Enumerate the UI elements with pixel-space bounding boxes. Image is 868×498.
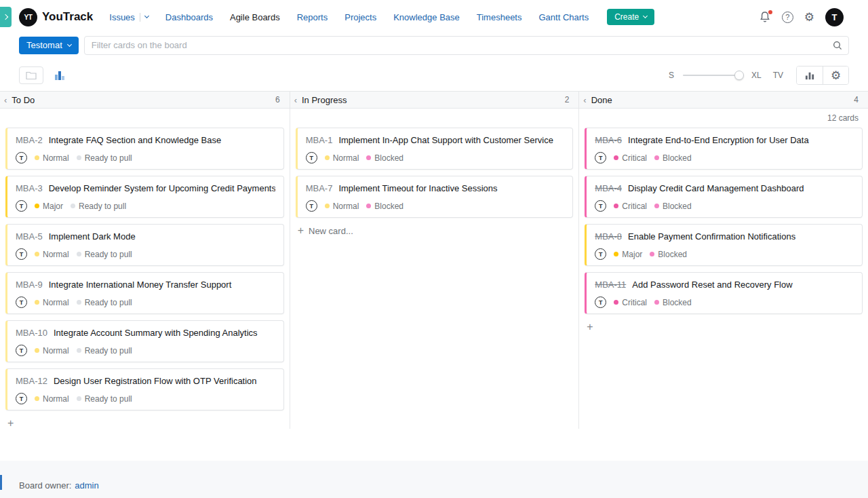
stage-field[interactable]: Blocked [654, 298, 692, 307]
issue-summary[interactable]: Develop Reminder System for Upcoming Cre… [49, 183, 275, 193]
assignee-avatar[interactable]: T [16, 248, 27, 260]
collapse-column-icon[interactable]: ‹ [4, 95, 7, 105]
card-mba-3[interactable]: MBA-3Develop Reminder System for Upcomin… [5, 176, 284, 218]
assignee-avatar[interactable]: T [595, 248, 606, 260]
assignee-avatar[interactable]: T [306, 152, 317, 164]
assignee-avatar[interactable]: T [595, 296, 606, 308]
issue-summary[interactable]: Implement In-App Chat Support with Custo… [338, 135, 553, 145]
nav-item-agile-boards[interactable]: Agile Boards [230, 12, 280, 22]
stage-field[interactable]: Blocked [366, 202, 403, 211]
card-mba-10[interactable]: MBA-10Integrate Account Summary with Spe… [5, 320, 284, 362]
card-mba-11[interactable]: MBA-11Add Password Reset and Recovery Fl… [585, 272, 863, 314]
column-header-done[interactable]: ‹Done4 [578, 92, 868, 108]
nav-item-timesheets[interactable]: Timesheets [477, 12, 522, 22]
stage-field[interactable]: Blocked [650, 250, 687, 259]
issue-id[interactable]: MBA-3 [16, 183, 43, 193]
assignee-avatar[interactable]: T [16, 200, 27, 212]
issue-id[interactable]: MBA-1 [306, 135, 333, 145]
priority-field[interactable]: Normal [35, 394, 69, 404]
notifications-button[interactable] [759, 11, 771, 23]
add-card-button[interactable]: + [5, 417, 284, 429]
filter-input[interactable] [84, 36, 849, 55]
user-avatar[interactable]: T [825, 8, 844, 26]
search-icon[interactable] [832, 40, 843, 54]
issue-summary[interactable]: Design User Registration Flow with OTP V… [54, 376, 257, 386]
issue-summary[interactable]: Integrate Account Summary with Spending … [54, 328, 258, 338]
issue-summary[interactable]: Add Password Reset and Recovery Flow [632, 280, 792, 290]
card-mba-6[interactable]: MBA-6Integrate End-to-End Encryption for… [585, 128, 863, 170]
priority-field[interactable]: Normal [325, 153, 359, 163]
stage-field[interactable]: Blocked [654, 153, 692, 163]
board-settings-button[interactable]: ⚙ [823, 66, 848, 84]
issue-id[interactable]: MBA-7 [306, 183, 333, 193]
issue-summary[interactable]: Integrate End-to-End Encryption for User… [628, 135, 809, 145]
stage-field[interactable]: Ready to pull [71, 202, 126, 211]
nav-item-reports[interactable]: Reports [297, 12, 328, 22]
chart-toggle-button[interactable] [54, 71, 65, 81]
priority-field[interactable]: Major [614, 250, 642, 259]
issue-id[interactable]: MBA-10 [16, 328, 47, 338]
card-mba-1[interactable]: MBA-1Implement In-App Chat Support with … [296, 128, 574, 170]
nav-item-dashboards[interactable]: Dashboards [165, 12, 213, 22]
issue-summary[interactable]: Implement Dark Mode [49, 231, 136, 242]
issue-summary[interactable]: Integrate International Money Transfer S… [49, 280, 232, 290]
priority-field[interactable]: Normal [35, 250, 69, 259]
nav-item-issues[interactable]: Issues [109, 12, 149, 22]
priority-field[interactable]: Major [35, 202, 63, 211]
card-mba-4[interactable]: MBA-4Display Credit Card Management Dash… [585, 176, 863, 218]
assignee-avatar[interactable]: T [595, 200, 606, 212]
issue-id[interactable]: MBA-8 [595, 231, 622, 242]
stage-field[interactable]: Ready to pull [77, 394, 132, 404]
issue-id[interactable]: MBA-11 [595, 280, 626, 290]
nav-item-projects[interactable]: Projects [344, 12, 376, 22]
card-mba-7[interactable]: MBA-7Implement Timeout for Inactive Sess… [296, 176, 574, 218]
column-header-in-progress[interactable]: ‹In Progress2 [290, 92, 579, 108]
assignee-avatar[interactable]: T [595, 152, 606, 164]
card-mba-8[interactable]: MBA-8Enable Payment Confirmation Notific… [585, 224, 863, 266]
stage-field[interactable]: Ready to pull [77, 250, 132, 259]
collapse-column-icon[interactable]: ‹ [294, 95, 297, 105]
priority-field[interactable]: Critical [614, 298, 647, 307]
card-mba-12[interactable]: MBA-12Design User Registration Flow with… [5, 368, 284, 410]
stage-field[interactable]: Ready to pull [77, 153, 132, 163]
priority-field[interactable]: Normal [35, 346, 69, 356]
priority-field[interactable]: Normal [35, 298, 69, 307]
board-owner-link[interactable]: admin [75, 480, 98, 491]
issue-summary[interactable]: Enable Payment Confirmation Notification… [628, 231, 795, 242]
tv-mode-button[interactable]: TV [773, 71, 783, 80]
issue-summary[interactable]: Display Credit Card Management Dashboard [628, 183, 804, 193]
create-button[interactable]: Create [607, 9, 654, 25]
board-selector-button[interactable]: Testomat [19, 37, 79, 54]
issue-id[interactable]: MBA-9 [16, 280, 43, 290]
stage-field[interactable]: Ready to pull [77, 346, 132, 356]
board-chart-button[interactable] [797, 66, 823, 84]
assignee-avatar[interactable]: T [306, 200, 317, 212]
assignee-avatar[interactable]: T [16, 345, 27, 356]
sidebar-toggle-button[interactable] [0, 7, 12, 27]
stage-field[interactable]: Blocked [654, 202, 692, 211]
issue-id[interactable]: MBA-6 [595, 135, 622, 145]
issue-id[interactable]: MBA-2 [16, 135, 43, 145]
card-mba-2[interactable]: MBA-2Integrate FAQ Section and Knowledge… [5, 128, 284, 170]
issue-summary[interactable]: Integrate FAQ Section and Knowledge Base [49, 135, 221, 145]
card-size-slider[interactable] [683, 71, 743, 80]
add-card-button[interactable]: + [585, 320, 863, 332]
settings-button[interactable]: ⚙ [804, 12, 814, 23]
add-card-button[interactable]: +New card... [296, 224, 574, 236]
sidebar-edge-indicator[interactable] [0, 475, 2, 490]
help-button[interactable]: ? [782, 12, 793, 23]
stage-field[interactable]: Blocked [366, 153, 403, 163]
nav-item-knowledge-base[interactable]: Knowledge Base [393, 12, 460, 22]
issue-summary[interactable]: Implement Timeout for Inactive Sessions [338, 183, 497, 193]
stage-field[interactable]: Ready to pull [77, 298, 132, 307]
issue-id[interactable]: MBA-5 [16, 231, 43, 242]
collapse-column-icon[interactable]: ‹ [583, 95, 586, 105]
nav-item-gantt-charts[interactable]: Gantt Charts [538, 12, 589, 22]
column-header-to-do[interactable]: ‹To Do6 [0, 92, 290, 108]
youtrack-logo[interactable]: YT YouTrack [19, 8, 93, 26]
assignee-avatar[interactable]: T [16, 152, 27, 164]
chevron-down-icon[interactable] [144, 14, 149, 18]
issue-id[interactable]: MBA-4 [595, 183, 622, 193]
backlog-panel-button[interactable] [19, 66, 43, 84]
slider-knob[interactable] [734, 71, 744, 80]
